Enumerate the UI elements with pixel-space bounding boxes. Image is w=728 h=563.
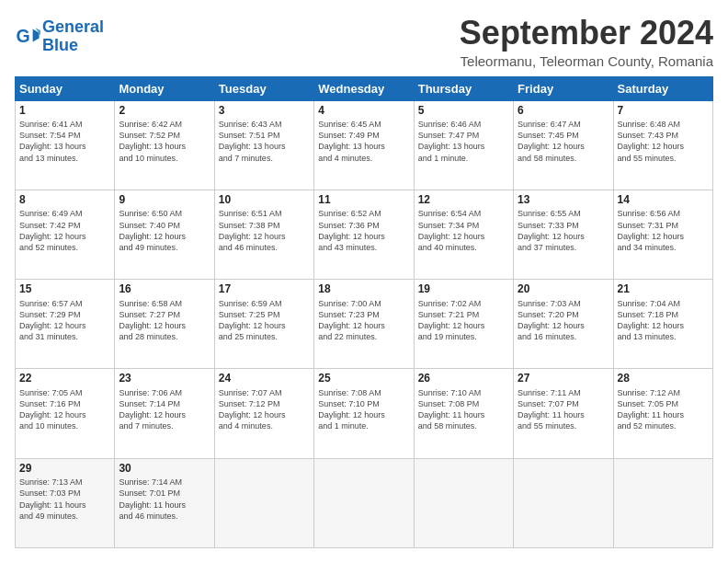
col-friday: Friday — [514, 76, 613, 100]
day-info: Sunrise: 7:08 AMSunset: 7:10 PMDaylight:… — [318, 387, 409, 432]
calendar-week-4: 22Sunrise: 7:05 AMSunset: 7:16 PMDayligh… — [16, 369, 713, 458]
calendar-day: 5Sunrise: 6:46 AMSunset: 7:47 PMDaylight… — [414, 100, 513, 190]
calendar-day: 30Sunrise: 7:14 AMSunset: 7:01 PMDayligh… — [115, 458, 214, 547]
calendar-day: 15Sunrise: 6:57 AMSunset: 7:29 PMDayligh… — [16, 280, 115, 369]
logo-line1: General — [42, 17, 104, 36]
day-number: 20 — [518, 282, 609, 297]
calendar-day — [214, 458, 313, 547]
header: G General Blue September 2024 Teleormanu… — [15, 15, 713, 69]
calendar-day: 16Sunrise: 6:58 AMSunset: 7:27 PMDayligh… — [115, 280, 214, 369]
calendar-day: 27Sunrise: 7:11 AMSunset: 7:07 PMDayligh… — [514, 369, 613, 458]
day-number: 4 — [318, 104, 409, 119]
day-info: Sunrise: 7:14 AMSunset: 7:01 PMDaylight:… — [119, 477, 210, 522]
calendar-day: 4Sunrise: 6:45 AMSunset: 7:49 PMDaylight… — [314, 100, 414, 190]
day-number: 3 — [219, 104, 310, 119]
calendar-day: 18Sunrise: 7:00 AMSunset: 7:23 PMDayligh… — [314, 280, 414, 369]
day-number: 25 — [318, 372, 409, 386]
col-saturday: Saturday — [613, 76, 712, 100]
calendar-day — [314, 458, 414, 547]
col-tuesday: Tuesday — [214, 76, 313, 100]
calendar-day: 26Sunrise: 7:10 AMSunset: 7:08 PMDayligh… — [414, 369, 513, 458]
day-number: 1 — [19, 104, 110, 119]
calendar-day — [514, 458, 613, 547]
day-number: 16 — [119, 282, 210, 297]
day-info: Sunrise: 7:07 AMSunset: 7:12 PMDaylight:… — [219, 387, 310, 432]
col-wednesday: Wednesday — [314, 76, 414, 100]
day-info: Sunrise: 6:52 AMSunset: 7:36 PMDaylight:… — [318, 208, 409, 253]
day-number: 21 — [618, 282, 709, 297]
day-number: 30 — [119, 462, 210, 477]
day-info: Sunrise: 6:41 AMSunset: 7:54 PMDaylight:… — [19, 119, 110, 164]
day-number: 14 — [618, 193, 709, 208]
calendar-week-2: 8Sunrise: 6:49 AMSunset: 7:42 PMDaylight… — [16, 190, 713, 279]
calendar-day: 19Sunrise: 7:02 AMSunset: 7:21 PMDayligh… — [414, 280, 513, 369]
day-info: Sunrise: 6:49 AMSunset: 7:42 PMDaylight:… — [19, 208, 110, 253]
calendar-day: 22Sunrise: 7:05 AMSunset: 7:16 PMDayligh… — [16, 369, 115, 458]
calendar-day: 25Sunrise: 7:08 AMSunset: 7:10 PMDayligh… — [314, 369, 414, 458]
day-info: Sunrise: 7:06 AMSunset: 7:14 PMDaylight:… — [119, 387, 210, 432]
day-info: Sunrise: 7:04 AMSunset: 7:18 PMDaylight:… — [618, 298, 709, 343]
header-row: Sunday Monday Tuesday Wednesday Thursday… — [16, 76, 713, 100]
calendar-day: 23Sunrise: 7:06 AMSunset: 7:14 PMDayligh… — [115, 369, 214, 458]
day-info: Sunrise: 7:11 AMSunset: 7:07 PMDaylight:… — [518, 387, 609, 432]
calendar-day: 12Sunrise: 6:54 AMSunset: 7:34 PMDayligh… — [414, 190, 513, 279]
calendar-week-3: 15Sunrise: 6:57 AMSunset: 7:29 PMDayligh… — [16, 280, 713, 369]
calendar-day: 14Sunrise: 6:56 AMSunset: 7:31 PMDayligh… — [613, 190, 712, 279]
calendar-day: 21Sunrise: 7:04 AMSunset: 7:18 PMDayligh… — [613, 280, 712, 369]
day-info: Sunrise: 6:55 AMSunset: 7:33 PMDaylight:… — [518, 208, 609, 253]
day-info: Sunrise: 6:51 AMSunset: 7:38 PMDaylight:… — [219, 208, 310, 253]
day-number: 2 — [119, 104, 210, 119]
calendar-week-5: 29Sunrise: 7:13 AMSunset: 7:03 PMDayligh… — [16, 458, 713, 547]
day-info: Sunrise: 6:57 AMSunset: 7:29 PMDaylight:… — [19, 298, 110, 343]
title-block: September 2024 Teleormanu, Teleorman Cou… — [460, 15, 713, 69]
day-info: Sunrise: 6:56 AMSunset: 7:31 PMDaylight:… — [618, 208, 709, 253]
calendar-table: Sunday Monday Tuesday Wednesday Thursday… — [15, 76, 713, 548]
page: G General Blue September 2024 Teleormanu… — [0, 0, 728, 563]
day-info: Sunrise: 6:58 AMSunset: 7:27 PMDaylight:… — [119, 298, 210, 343]
col-thursday: Thursday — [414, 76, 513, 100]
logo-icon: G — [15, 24, 40, 50]
day-info: Sunrise: 6:43 AMSunset: 7:51 PMDaylight:… — [219, 119, 310, 164]
day-number: 11 — [318, 193, 409, 208]
calendar-day: 6Sunrise: 6:47 AMSunset: 7:45 PMDaylight… — [514, 100, 613, 190]
calendar-day: 13Sunrise: 6:55 AMSunset: 7:33 PMDayligh… — [514, 190, 613, 279]
day-number: 28 — [618, 372, 709, 386]
location-title: Teleormanu, Teleorman County, Romania — [460, 53, 713, 69]
logo: G General Blue — [15, 18, 104, 55]
day-number: 18 — [318, 282, 409, 297]
day-number: 13 — [518, 193, 609, 208]
day-info: Sunrise: 7:10 AMSunset: 7:08 PMDaylight:… — [418, 387, 509, 432]
calendar-day: 11Sunrise: 6:52 AMSunset: 7:36 PMDayligh… — [314, 190, 414, 279]
calendar-day: 9Sunrise: 6:50 AMSunset: 7:40 PMDaylight… — [115, 190, 214, 279]
day-number: 29 — [19, 462, 110, 477]
calendar-day: 20Sunrise: 7:03 AMSunset: 7:20 PMDayligh… — [514, 280, 613, 369]
day-info: Sunrise: 6:46 AMSunset: 7:47 PMDaylight:… — [418, 119, 509, 164]
day-number: 7 — [618, 104, 709, 119]
day-number: 27 — [518, 372, 609, 386]
calendar-day: 3Sunrise: 6:43 AMSunset: 7:51 PMDaylight… — [214, 100, 313, 190]
day-info: Sunrise: 6:59 AMSunset: 7:25 PMDaylight:… — [219, 298, 310, 343]
calendar-day — [414, 458, 513, 547]
day-info: Sunrise: 7:03 AMSunset: 7:20 PMDaylight:… — [518, 298, 609, 343]
calendar-day: 24Sunrise: 7:07 AMSunset: 7:12 PMDayligh… — [214, 369, 313, 458]
day-info: Sunrise: 7:12 AMSunset: 7:05 PMDaylight:… — [618, 387, 709, 432]
day-info: Sunrise: 7:05 AMSunset: 7:16 PMDaylight:… — [19, 387, 110, 432]
day-number: 22 — [19, 372, 110, 386]
day-info: Sunrise: 7:00 AMSunset: 7:23 PMDaylight:… — [318, 298, 409, 343]
calendar-day: 8Sunrise: 6:49 AMSunset: 7:42 PMDaylight… — [16, 190, 115, 279]
day-info: Sunrise: 6:54 AMSunset: 7:34 PMDaylight:… — [418, 208, 509, 253]
logo-text: General Blue — [42, 18, 104, 55]
day-info: Sunrise: 7:02 AMSunset: 7:21 PMDaylight:… — [418, 298, 509, 343]
day-number: 24 — [219, 372, 310, 386]
day-info: Sunrise: 6:50 AMSunset: 7:40 PMDaylight:… — [119, 208, 210, 253]
day-number: 19 — [418, 282, 509, 297]
day-number: 5 — [418, 104, 509, 119]
calendar-day: 2Sunrise: 6:42 AMSunset: 7:52 PMDaylight… — [115, 100, 214, 190]
calendar-day: 1Sunrise: 6:41 AMSunset: 7:54 PMDaylight… — [16, 100, 115, 190]
day-info: Sunrise: 6:48 AMSunset: 7:43 PMDaylight:… — [618, 119, 709, 164]
calendar-day: 10Sunrise: 6:51 AMSunset: 7:38 PMDayligh… — [214, 190, 313, 279]
day-number: 17 — [219, 282, 310, 297]
day-info: Sunrise: 6:47 AMSunset: 7:45 PMDaylight:… — [518, 119, 609, 164]
calendar-day: 29Sunrise: 7:13 AMSunset: 7:03 PMDayligh… — [16, 458, 115, 547]
svg-text:G: G — [16, 25, 29, 45]
